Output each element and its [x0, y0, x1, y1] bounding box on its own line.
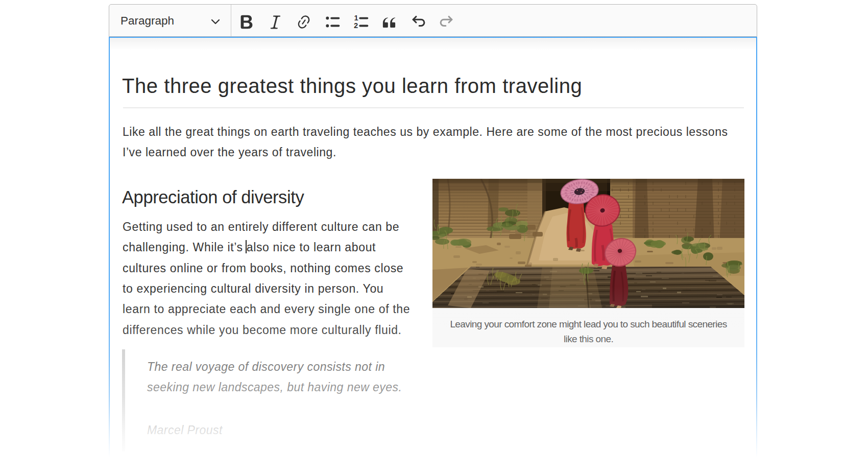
svg-text:2: 2 — [354, 21, 358, 30]
svg-text:1: 1 — [354, 14, 358, 22]
